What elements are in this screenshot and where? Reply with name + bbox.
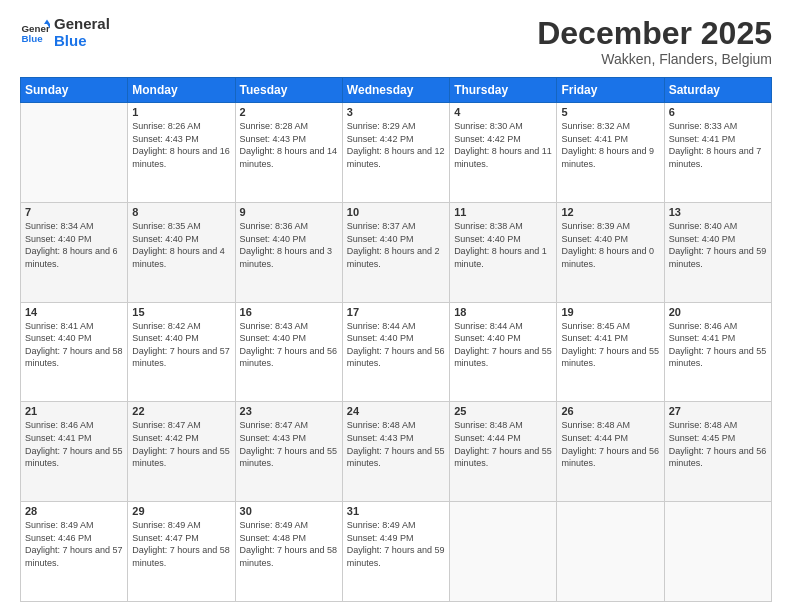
day-number: 13 [669, 206, 767, 218]
calendar-cell: 28Sunrise: 8:49 AMSunset: 4:46 PMDayligh… [21, 502, 128, 602]
day-number: 28 [25, 505, 123, 517]
calendar-cell [664, 502, 771, 602]
calendar-cell: 29Sunrise: 8:49 AMSunset: 4:47 PMDayligh… [128, 502, 235, 602]
title-block: December 2025 Wakken, Flanders, Belgium [537, 16, 772, 67]
day-info: Sunrise: 8:40 AMSunset: 4:40 PMDaylight:… [669, 220, 767, 270]
svg-marker-2 [44, 19, 50, 24]
calendar-cell: 7Sunrise: 8:34 AMSunset: 4:40 PMDaylight… [21, 202, 128, 302]
day-number: 26 [561, 405, 659, 417]
calendar-cell: 12Sunrise: 8:39 AMSunset: 4:40 PMDayligh… [557, 202, 664, 302]
calendar-header-friday: Friday [557, 78, 664, 103]
calendar-header-sunday: Sunday [21, 78, 128, 103]
calendar-cell: 20Sunrise: 8:46 AMSunset: 4:41 PMDayligh… [664, 302, 771, 402]
calendar-week-row: 14Sunrise: 8:41 AMSunset: 4:40 PMDayligh… [21, 302, 772, 402]
day-info: Sunrise: 8:48 AMSunset: 4:44 PMDaylight:… [561, 419, 659, 469]
logo-line1: General [54, 16, 110, 33]
svg-text:General: General [22, 22, 51, 33]
day-info: Sunrise: 8:45 AMSunset: 4:41 PMDaylight:… [561, 320, 659, 370]
day-info: Sunrise: 8:36 AMSunset: 4:40 PMDaylight:… [240, 220, 338, 270]
calendar-cell: 24Sunrise: 8:48 AMSunset: 4:43 PMDayligh… [342, 402, 449, 502]
calendar-cell: 23Sunrise: 8:47 AMSunset: 4:43 PMDayligh… [235, 402, 342, 502]
day-number: 22 [132, 405, 230, 417]
day-number: 30 [240, 505, 338, 517]
day-number: 6 [669, 106, 767, 118]
day-info: Sunrise: 8:37 AMSunset: 4:40 PMDaylight:… [347, 220, 445, 270]
day-number: 24 [347, 405, 445, 417]
calendar-cell: 26Sunrise: 8:48 AMSunset: 4:44 PMDayligh… [557, 402, 664, 502]
day-info: Sunrise: 8:44 AMSunset: 4:40 PMDaylight:… [454, 320, 552, 370]
day-info: Sunrise: 8:32 AMSunset: 4:41 PMDaylight:… [561, 120, 659, 170]
calendar-cell: 4Sunrise: 8:30 AMSunset: 4:42 PMDaylight… [450, 103, 557, 203]
day-info: Sunrise: 8:46 AMSunset: 4:41 PMDaylight:… [25, 419, 123, 469]
day-number: 21 [25, 405, 123, 417]
calendar-cell: 18Sunrise: 8:44 AMSunset: 4:40 PMDayligh… [450, 302, 557, 402]
day-info: Sunrise: 8:49 AMSunset: 4:46 PMDaylight:… [25, 519, 123, 569]
calendar-cell: 21Sunrise: 8:46 AMSunset: 4:41 PMDayligh… [21, 402, 128, 502]
calendar-cell: 10Sunrise: 8:37 AMSunset: 4:40 PMDayligh… [342, 202, 449, 302]
day-info: Sunrise: 8:41 AMSunset: 4:40 PMDaylight:… [25, 320, 123, 370]
day-number: 14 [25, 306, 123, 318]
day-number: 17 [347, 306, 445, 318]
calendar-cell: 8Sunrise: 8:35 AMSunset: 4:40 PMDaylight… [128, 202, 235, 302]
calendar-cell: 2Sunrise: 8:28 AMSunset: 4:43 PMDaylight… [235, 103, 342, 203]
calendar-week-row: 28Sunrise: 8:49 AMSunset: 4:46 PMDayligh… [21, 502, 772, 602]
calendar-cell: 16Sunrise: 8:43 AMSunset: 4:40 PMDayligh… [235, 302, 342, 402]
calendar-cell: 25Sunrise: 8:48 AMSunset: 4:44 PMDayligh… [450, 402, 557, 502]
day-info: Sunrise: 8:38 AMSunset: 4:40 PMDaylight:… [454, 220, 552, 270]
day-number: 27 [669, 405, 767, 417]
calendar-cell: 14Sunrise: 8:41 AMSunset: 4:40 PMDayligh… [21, 302, 128, 402]
day-info: Sunrise: 8:49 AMSunset: 4:47 PMDaylight:… [132, 519, 230, 569]
calendar-cell: 6Sunrise: 8:33 AMSunset: 4:41 PMDaylight… [664, 103, 771, 203]
calendar-header-tuesday: Tuesday [235, 78, 342, 103]
day-number: 4 [454, 106, 552, 118]
calendar-header-wednesday: Wednesday [342, 78, 449, 103]
logo-line2: Blue [54, 33, 110, 50]
calendar-cell: 19Sunrise: 8:45 AMSunset: 4:41 PMDayligh… [557, 302, 664, 402]
day-info: Sunrise: 8:26 AMSunset: 4:43 PMDaylight:… [132, 120, 230, 170]
day-info: Sunrise: 8:48 AMSunset: 4:45 PMDaylight:… [669, 419, 767, 469]
day-number: 7 [25, 206, 123, 218]
day-info: Sunrise: 8:46 AMSunset: 4:41 PMDaylight:… [669, 320, 767, 370]
day-number: 29 [132, 505, 230, 517]
calendar-cell: 22Sunrise: 8:47 AMSunset: 4:42 PMDayligh… [128, 402, 235, 502]
calendar-week-row: 1Sunrise: 8:26 AMSunset: 4:43 PMDaylight… [21, 103, 772, 203]
day-number: 5 [561, 106, 659, 118]
day-number: 3 [347, 106, 445, 118]
day-number: 18 [454, 306, 552, 318]
calendar-header-row: SundayMondayTuesdayWednesdayThursdayFrid… [21, 78, 772, 103]
calendar-cell [21, 103, 128, 203]
calendar-cell: 9Sunrise: 8:36 AMSunset: 4:40 PMDaylight… [235, 202, 342, 302]
calendar-header-monday: Monday [128, 78, 235, 103]
day-info: Sunrise: 8:33 AMSunset: 4:41 PMDaylight:… [669, 120, 767, 170]
calendar-cell: 3Sunrise: 8:29 AMSunset: 4:42 PMDaylight… [342, 103, 449, 203]
calendar-cell: 30Sunrise: 8:49 AMSunset: 4:48 PMDayligh… [235, 502, 342, 602]
logo: General Blue General Blue [20, 16, 110, 49]
day-info: Sunrise: 8:35 AMSunset: 4:40 PMDaylight:… [132, 220, 230, 270]
main-title: December 2025 [537, 16, 772, 51]
day-info: Sunrise: 8:39 AMSunset: 4:40 PMDaylight:… [561, 220, 659, 270]
day-info: Sunrise: 8:28 AMSunset: 4:43 PMDaylight:… [240, 120, 338, 170]
day-info: Sunrise: 8:42 AMSunset: 4:40 PMDaylight:… [132, 320, 230, 370]
subtitle: Wakken, Flanders, Belgium [537, 51, 772, 67]
day-number: 15 [132, 306, 230, 318]
calendar-cell: 5Sunrise: 8:32 AMSunset: 4:41 PMDaylight… [557, 103, 664, 203]
day-number: 25 [454, 405, 552, 417]
day-number: 16 [240, 306, 338, 318]
day-number: 19 [561, 306, 659, 318]
day-number: 2 [240, 106, 338, 118]
day-number: 1 [132, 106, 230, 118]
day-number: 12 [561, 206, 659, 218]
logo-icon: General Blue [20, 18, 50, 48]
day-number: 10 [347, 206, 445, 218]
calendar-cell: 11Sunrise: 8:38 AMSunset: 4:40 PMDayligh… [450, 202, 557, 302]
day-info: Sunrise: 8:29 AMSunset: 4:42 PMDaylight:… [347, 120, 445, 170]
calendar-cell [557, 502, 664, 602]
day-info: Sunrise: 8:49 AMSunset: 4:48 PMDaylight:… [240, 519, 338, 569]
day-number: 9 [240, 206, 338, 218]
day-info: Sunrise: 8:48 AMSunset: 4:43 PMDaylight:… [347, 419, 445, 469]
day-number: 11 [454, 206, 552, 218]
page: General Blue General Blue December 2025 … [0, 0, 792, 612]
calendar-table: SundayMondayTuesdayWednesdayThursdayFrid… [20, 77, 772, 602]
calendar-cell: 15Sunrise: 8:42 AMSunset: 4:40 PMDayligh… [128, 302, 235, 402]
day-info: Sunrise: 8:47 AMSunset: 4:43 PMDaylight:… [240, 419, 338, 469]
